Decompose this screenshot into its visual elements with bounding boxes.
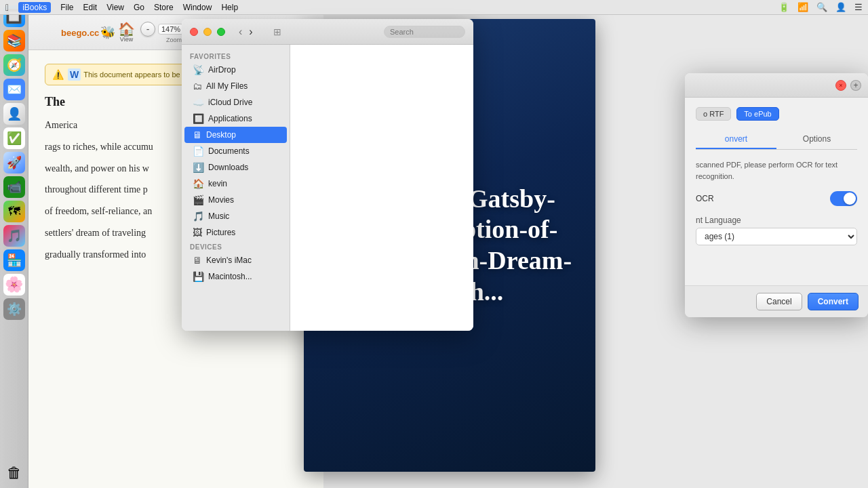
dialog-titlebar: × + <box>685 73 868 98</box>
airdrop-icon: 📡 <box>193 64 204 75</box>
sidebar-item-kevins-imac[interactable]: 🖥 Kevin's iMac <box>184 252 287 268</box>
dialog-body: o RTF To ePub onvert Options scanned PDF… <box>685 98 868 285</box>
finder-search-input[interactable] <box>384 26 465 38</box>
sidebar-item-airdrop[interactable]: 📡 AirDrop <box>184 62 287 78</box>
tab-convert[interactable]: onvert <box>696 130 776 149</box>
ocr-banner-text: W This document appears to be a <box>68 68 186 81</box>
nav-back-button[interactable]: ‹ <box>237 24 243 39</box>
grid-view-icon[interactable]: ⊞ <box>273 26 281 37</box>
menu-go[interactable]: Go <box>134 3 144 12</box>
dock-facetime[interactable]: 📹 <box>3 176 25 198</box>
zoom-label: Zoom <box>166 37 182 43</box>
sidebar-item-all-my-files[interactable]: 🗂 All My Files <box>184 78 287 94</box>
window-maximize-button[interactable] <box>217 28 225 36</box>
finder-sidebar: Favorites 📡 AirDrop 🗂 All My Files ☁️ iC… <box>182 45 290 331</box>
sidebar-item-movies[interactable]: 🎬 Movies <box>184 192 287 208</box>
to-epub-button[interactable]: To ePub <box>736 107 778 121</box>
cancel-button[interactable]: Cancel <box>756 293 802 310</box>
zoom-out-button[interactable]: - <box>140 22 155 37</box>
ocr-toggle[interactable] <box>830 191 857 206</box>
dock: 🔲 📚 🧭 ✉️ 👤 ✅ 🚀 📹 🗺 🎵 🏪 🌸 ⚙️ 🗑 <box>0 0 28 488</box>
sidebar-item-icloud-drive[interactable]: ☁️ iCloud Drive <box>184 94 287 110</box>
finder-body: Favorites 📡 AirDrop 🗂 All My Files ☁️ iC… <box>182 45 473 331</box>
sidebar-item-music[interactable]: 🎵 Music <box>184 208 287 224</box>
dialog-add-button[interactable]: + <box>850 80 861 91</box>
zoom-value-display: 147% <box>158 24 184 35</box>
sidebar-item-macintosh[interactable]: 💾 Macintosh... <box>184 268 287 285</box>
toggle-thumb <box>844 192 856 205</box>
menu-window[interactable]: Window <box>183 3 212 12</box>
kevin-icon: 🏠 <box>193 178 204 189</box>
kevins-imac-label: Kevin's iMac <box>206 256 252 265</box>
dock-contacts[interactable]: 👤 <box>3 103 25 125</box>
sidebar-item-desktop[interactable]: 🖥 Desktop <box>184 127 287 143</box>
pictures-icon: 🖼 <box>193 227 202 238</box>
finder-window: ‹ › ⊞ Favorites 📡 AirDrop 🗂 All My Files… <box>182 19 473 331</box>
dock-maps[interactable]: 🗺 <box>3 201 25 222</box>
format-row: o RTF To ePub <box>696 107 857 121</box>
finder-titlebar: ‹ › ⊞ <box>182 19 473 45</box>
dock-appstore[interactable]: 🏪 <box>3 249 25 271</box>
tab-options[interactable]: Options <box>776 130 857 149</box>
dock-photos[interactable]: 🌸 <box>3 274 25 296</box>
downloads-icon: ⬇️ <box>193 162 204 173</box>
ocr-icon: ⚠️ <box>52 69 64 80</box>
convert-dialog: × + o RTF To ePub onvert Options scanned… <box>685 73 868 317</box>
search-icon[interactable]: 🔍 <box>816 2 827 12</box>
sidebar-item-applications[interactable]: 🔲 Applications <box>184 110 287 127</box>
finder-main-content <box>290 45 473 331</box>
view-icon: 🏠 <box>118 22 135 36</box>
menu-toggle-icon: ☰ <box>854 2 863 12</box>
all-my-files-label: All My Files <box>206 81 248 91</box>
all-my-files-icon: 🗂 <box>193 81 202 92</box>
finder-nav: ‹ › <box>237 24 254 39</box>
dock-mail[interactable]: ✉️ <box>3 79 25 100</box>
language-select[interactable]: ages (1) <box>696 228 857 245</box>
nav-forward-button[interactable]: › <box>248 24 254 39</box>
sidebar-item-documents[interactable]: 📄 Documents <box>184 143 287 159</box>
dock-safari[interactable]: 🧭 <box>3 54 25 76</box>
applications-icon: 🔲 <box>193 113 204 124</box>
menu-file[interactable]: File <box>60 3 73 12</box>
view-button[interactable]: 🏠 View <box>118 22 135 43</box>
movies-icon: 🎬 <box>193 195 204 205</box>
dock-trash[interactable]: 🗑 <box>3 462 25 484</box>
lang-label: nt Language <box>696 216 857 225</box>
convert-button[interactable]: Convert <box>808 293 859 310</box>
view-label: View <box>120 36 133 43</box>
ocr-row: OCR <box>696 191 857 206</box>
downloads-label: Downloads <box>208 163 248 172</box>
user-icon: 👤 <box>835 2 846 12</box>
desktop-icon: 🖥 <box>193 129 202 140</box>
to-rtf-button[interactable]: o RTF <box>696 107 731 121</box>
dialog-footer: Cancel Convert <box>685 285 868 317</box>
menu-help[interactable]: Help <box>221 3 238 12</box>
apple-menu[interactable]:  <box>5 2 9 13</box>
dock-ibooks[interactable]: 📚 <box>3 30 25 52</box>
window-minimize-button[interactable] <box>203 28 212 36</box>
menu-store[interactable]: Store <box>154 3 174 12</box>
menu-bar-right: 🔋 📶 🔍 👤 ☰ <box>778 2 863 12</box>
dialog-close-button[interactable]: × <box>835 80 846 91</box>
macintosh-label: Macintosh... <box>208 272 252 281</box>
dialog-info-text: scanned PDF, please perform OCR for text… <box>696 159 857 182</box>
window-close-button[interactable] <box>190 28 198 36</box>
music-label: Music <box>208 211 229 221</box>
menu-ibooks[interactable]: iBooks <box>18 2 51 13</box>
dock-reminders[interactable]: ✅ <box>3 127 25 149</box>
devices-label: Devices <box>182 241 290 252</box>
menu-edit[interactable]: Edit <box>83 3 98 12</box>
menu-bar:  iBooks File Edit View Go Store Window … <box>0 0 868 15</box>
sidebar-item-pictures[interactable]: 🖼 Pictures <box>184 224 287 241</box>
kevin-label: kevin <box>208 179 227 188</box>
icloud-drive-label: iCloud Drive <box>208 98 252 107</box>
menu-view[interactable]: View <box>106 3 124 12</box>
sidebar-item-downloads[interactable]: ⬇️ Downloads <box>184 159 287 176</box>
dock-launchpad[interactable]: 🚀 <box>3 152 25 174</box>
dock-itunes[interactable]: 🎵 <box>3 225 25 247</box>
pictures-label: Pictures <box>206 228 235 237</box>
documents-icon: 📄 <box>193 146 204 157</box>
dock-system-prefs[interactable]: ⚙️ <box>3 298 25 320</box>
airdrop-label: AirDrop <box>208 65 236 75</box>
sidebar-item-kevin[interactable]: 🏠 kevin <box>184 176 287 192</box>
